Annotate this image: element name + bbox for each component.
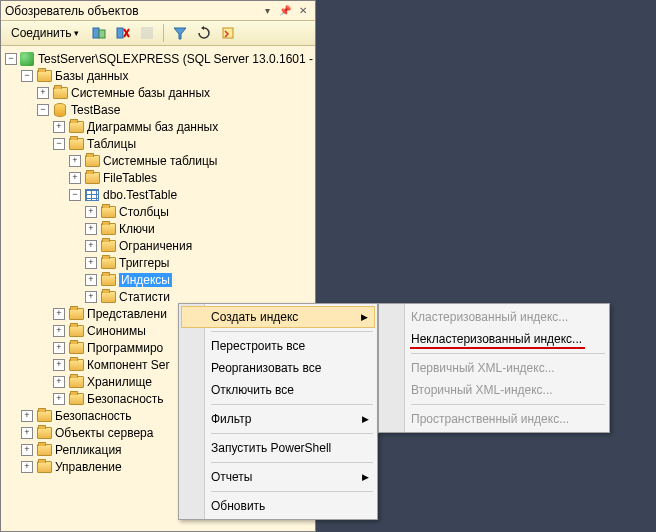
svg-rect-0: [93, 28, 99, 38]
folder-icon: [36, 426, 52, 440]
folder-icon: [68, 307, 84, 321]
expand-icon[interactable]: +: [53, 121, 65, 133]
folder-icon: [100, 273, 116, 287]
folder-icon: [68, 324, 84, 338]
folder-icon: [36, 443, 52, 457]
menu-reports[interactable]: Отчеты ▶: [181, 466, 375, 488]
tree-indexes-node[interactable]: + Индексы: [3, 271, 313, 288]
folder-icon: [100, 290, 116, 304]
expand-icon[interactable]: +: [21, 461, 33, 473]
expand-icon[interactable]: +: [37, 87, 49, 99]
submenu-arrow-icon: ▶: [362, 472, 369, 482]
expand-icon[interactable]: +: [85, 206, 97, 218]
tree-tables-node[interactable]: − Таблицы: [3, 135, 313, 152]
context-menu: Создать индекс ▶ Перестроить все Реорган…: [178, 303, 378, 520]
tree-testtable-node[interactable]: − dbo.TestTable: [3, 186, 313, 203]
menu-rebuild-all[interactable]: Перестроить все: [181, 335, 375, 357]
folder-icon: [68, 392, 84, 406]
submenu-arrow-icon: ▶: [361, 312, 368, 322]
dropdown-icon[interactable]: ▾: [259, 3, 275, 19]
tree-constraints-node[interactable]: + Ограничения: [3, 237, 313, 254]
connect-server-icon[interactable]: [89, 23, 109, 43]
submenu-spatial-index: Пространственный индекс...: [381, 408, 607, 430]
collapse-icon[interactable]: −: [5, 53, 17, 65]
expand-icon[interactable]: +: [85, 223, 97, 235]
expand-icon[interactable]: +: [21, 444, 33, 456]
expand-icon[interactable]: +: [69, 155, 81, 167]
expand-icon[interactable]: +: [85, 291, 97, 303]
tree-columns-node[interactable]: + Столбцы: [3, 203, 313, 220]
expand-icon[interactable]: +: [85, 257, 97, 269]
menu-filter[interactable]: Фильтр ▶: [181, 408, 375, 430]
script-icon[interactable]: [218, 23, 238, 43]
refresh-icon[interactable]: [194, 23, 214, 43]
database-icon: [52, 103, 68, 117]
table-icon: [84, 188, 100, 202]
folder-icon: [68, 120, 84, 134]
folder-icon: [36, 69, 52, 83]
tree-triggers-node[interactable]: + Триггеры: [3, 254, 313, 271]
expand-icon[interactable]: +: [69, 172, 81, 184]
expand-icon[interactable]: +: [21, 410, 33, 422]
expand-icon[interactable]: +: [85, 240, 97, 252]
tree-testbase-node[interactable]: − TestBase: [3, 101, 313, 118]
tree-diagrams-node[interactable]: + Диаграммы баз данных: [3, 118, 313, 135]
folder-icon: [100, 239, 116, 253]
menu-refresh[interactable]: Обновить: [181, 495, 375, 517]
tree-filetables-node[interactable]: + FileTables: [3, 169, 313, 186]
expand-icon[interactable]: +: [53, 376, 65, 388]
expand-icon[interactable]: +: [21, 427, 33, 439]
submenu-arrow-icon: ▶: [362, 414, 369, 424]
folder-icon: [100, 256, 116, 270]
folder-icon: [84, 154, 100, 168]
expand-icon[interactable]: +: [53, 325, 65, 337]
server-icon: [20, 52, 35, 66]
expand-icon[interactable]: +: [53, 359, 65, 371]
toolbar: Соединить ▾: [1, 21, 315, 46]
connect-button[interactable]: Соединить ▾: [5, 24, 85, 42]
submenu-primary-xml-index: Первичный XML-индекс...: [381, 357, 607, 379]
folder-icon: [68, 375, 84, 389]
tree-server-node[interactable]: − TestServer\SQLEXPRESS (SQL Server 13.0…: [3, 50, 313, 67]
disconnect-server-icon[interactable]: [113, 23, 133, 43]
collapse-icon[interactable]: −: [21, 70, 33, 82]
expand-icon[interactable]: +: [53, 308, 65, 320]
menu-start-powershell[interactable]: Запустить PowerShell: [181, 437, 375, 459]
collapse-icon[interactable]: −: [53, 138, 65, 150]
tree-sys-databases-node[interactable]: + Системные базы данных: [3, 84, 313, 101]
folder-icon: [68, 341, 84, 355]
expand-icon[interactable]: +: [85, 274, 97, 286]
panel-title-bar: Обозреватель объектов ▾ 📌 ✕: [1, 1, 315, 21]
dropdown-icon: ▾: [74, 28, 79, 38]
expand-icon[interactable]: +: [53, 393, 65, 405]
folder-icon: [52, 86, 68, 100]
collapse-icon[interactable]: −: [37, 104, 49, 116]
tree-sys-tables-node[interactable]: + Системные таблицы: [3, 152, 313, 169]
filter-icon[interactable]: [170, 23, 190, 43]
folder-icon: [84, 171, 100, 185]
close-icon[interactable]: ✕: [295, 3, 311, 19]
tree-databases-node[interactable]: − Базы данных: [3, 67, 313, 84]
folder-icon: [36, 460, 52, 474]
pin-icon[interactable]: 📌: [277, 3, 293, 19]
highlight-underline: [410, 347, 585, 349]
create-index-submenu: Кластеризованный индекс... Некластеризов…: [378, 303, 610, 433]
svg-rect-1: [99, 30, 105, 38]
submenu-secondary-xml-index: Вторичный XML-индекс...: [381, 379, 607, 401]
svg-rect-5: [141, 27, 153, 39]
folder-icon: [100, 205, 116, 219]
folder-icon: [68, 137, 84, 151]
collapse-icon[interactable]: −: [69, 189, 81, 201]
folder-icon: [100, 222, 116, 236]
connect-label: Соединить: [11, 26, 72, 40]
submenu-clustered-index: Кластеризованный индекс...: [381, 306, 607, 328]
menu-disable-all[interactable]: Отключить все: [181, 379, 375, 401]
menu-create-index[interactable]: Создать индекс ▶: [181, 306, 375, 328]
stop-icon: [137, 23, 157, 43]
tree-keys-node[interactable]: + Ключи: [3, 220, 313, 237]
panel-title: Обозреватель объектов: [5, 4, 257, 18]
folder-icon: [68, 358, 84, 372]
svg-rect-2: [117, 28, 123, 38]
menu-reorganize-all[interactable]: Реорганизовать все: [181, 357, 375, 379]
expand-icon[interactable]: +: [53, 342, 65, 354]
